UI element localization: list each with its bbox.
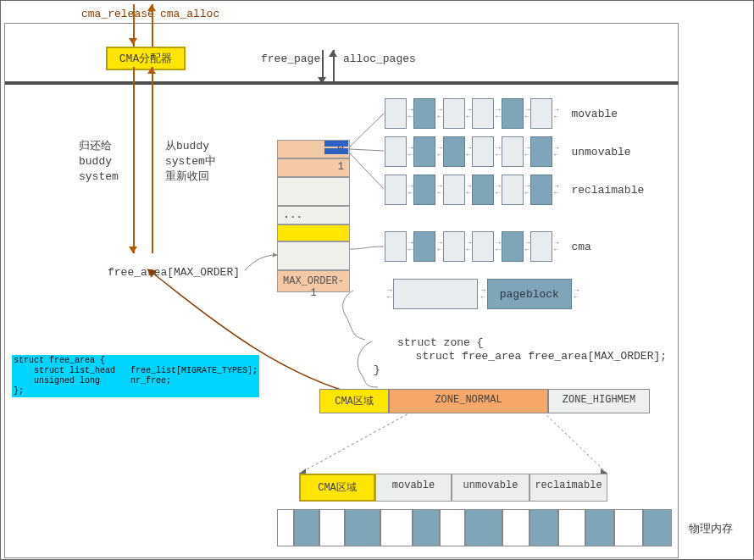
label-cma-release: cma_release bbox=[81, 8, 154, 20]
code-struct-zone-close: } bbox=[374, 363, 380, 376]
label-alloc-pages: alloc_pages bbox=[343, 53, 416, 65]
mig-cma: CMA区域 bbox=[299, 474, 375, 502]
code-struct-zone-open: struct zone { bbox=[397, 336, 483, 349]
row-movable: →← →← →← →← →← →← movable bbox=[385, 98, 618, 129]
row-pageblock: →← →← pageblock →← bbox=[385, 279, 580, 309]
fa-cell-0: 0 bbox=[277, 140, 350, 158]
label-retrieve-buddy: 从buddy system中 重新收回 bbox=[165, 139, 216, 185]
zone-highmem: ZONE_HIGHMEM bbox=[548, 389, 650, 413]
row-unmovable: →← →← →← →← →← →← unmovable bbox=[385, 136, 631, 167]
migrate-bar: CMA区域 movable unmovable reclaimable bbox=[299, 474, 607, 502]
fa-cell-dots: ... bbox=[277, 206, 350, 225]
fa-cell-1: 1 bbox=[277, 158, 350, 177]
mig-unmovable: unmovable bbox=[452, 474, 529, 502]
physical-memory-strip bbox=[277, 509, 672, 546]
fa-cell-blank2 bbox=[277, 241, 350, 270]
fa-cell-yellow bbox=[277, 225, 350, 241]
zone-normal: ZONE_NORMAL bbox=[389, 389, 548, 413]
row-cma: →← →← →← →← →← →← cma bbox=[385, 231, 591, 262]
row-reclaimable: →← →← →← →← →← →← reclaimable bbox=[385, 175, 644, 205]
zone-bar: CMA区域 ZONE_NORMAL ZONE_HIGHMEM bbox=[319, 389, 650, 413]
label-cma-alloc: cma_alloc bbox=[160, 8, 219, 20]
code-struct-zone-field: struct free_area free_area[MAX_ORDER]; bbox=[402, 350, 667, 363]
label-return-buddy: 归还给 buddy system bbox=[79, 139, 119, 185]
note-struct-free-area: struct free_area { struct list_head free… bbox=[12, 355, 259, 397]
box-cma-allocator: CMA分配器 bbox=[106, 47, 186, 70]
zone-cma: CMA区域 bbox=[319, 389, 389, 413]
mig-movable: movable bbox=[375, 474, 452, 502]
label-free-page: free_page bbox=[261, 53, 320, 65]
label-physical-memory: 物理内存 bbox=[689, 521, 733, 536]
fa-cell-last: MAX_ORDER-1 bbox=[277, 270, 350, 292]
fa-cell-blank1 bbox=[277, 177, 350, 206]
mig-reclaimable: reclaimable bbox=[529, 474, 607, 502]
label-free-area: free_area[MAX_ORDER] bbox=[108, 266, 240, 279]
